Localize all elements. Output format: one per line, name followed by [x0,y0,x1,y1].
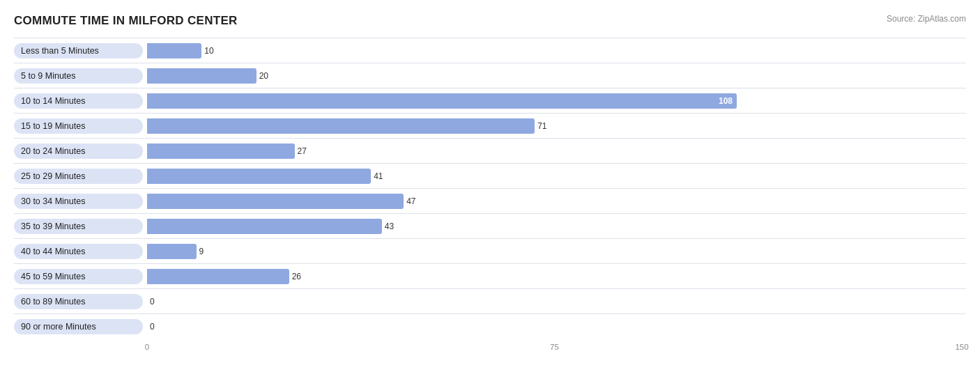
bar-value: 27 [298,146,307,156]
bar-track: 71 [147,118,966,134]
bar-track: 26 [147,269,966,284]
bar-track: 108 [147,93,966,109]
bar-track: 43 [147,219,966,234]
bar-label: 45 to 59 Minutes [14,269,143,284]
bar-row: 90 or more Minutes0 [14,313,966,339]
bar-fill [147,118,535,134]
bar-label: 35 to 39 Minutes [14,219,143,234]
bar-track: 27 [147,143,966,159]
bar-value: 71 [537,121,546,131]
bar-value: 26 [292,272,301,281]
bar-track: 10 [147,43,966,59]
bar-value: 9 [199,247,204,256]
axis-tick: 75 [550,343,559,351]
bar-label: 90 or more Minutes [14,319,143,334]
bar-label: 10 to 14 Minutes [14,93,143,109]
bar-value: 20 [259,71,268,81]
bar-label: 5 to 9 Minutes [14,68,143,84]
bar-fill [147,143,295,159]
bar-value: 108 [719,96,733,106]
bar-value: 47 [406,196,415,206]
axis-tick: 150 [955,343,968,351]
bar-row: 10 to 14 Minutes108 [14,88,966,113]
bar-track: 47 [147,194,966,209]
bar-row: 40 to 44 Minutes9 [14,238,966,263]
bar-label: 15 to 19 Minutes [14,118,143,134]
bar-label: 60 to 89 Minutes [14,294,143,309]
bar-value: 0 [150,297,155,306]
bar-fill [147,169,371,184]
bar-row: 30 to 34 Minutes47 [14,188,966,213]
chart-area: Less than 5 Minutes105 to 9 Minutes2010 … [14,38,966,357]
bar-fill [147,194,404,209]
bar-fill [147,219,382,234]
bar-value: 10 [204,46,213,56]
axis-row: 075150 [147,343,966,357]
bar-row: 25 to 29 Minutes41 [14,163,966,188]
bar-label: 25 to 29 Minutes [14,169,143,184]
bar-row: 15 to 19 Minutes71 [14,113,966,138]
bar-value: 0 [150,322,155,332]
bar-row: 5 to 9 Minutes20 [14,63,966,88]
bar-row: Less than 5 Minutes10 [14,38,966,63]
bar-value: 43 [385,222,394,231]
bar-fill [147,244,197,259]
chart-title: COMMUTE TIME IN MILFORD CENTER [14,14,238,28]
axis-tick: 0 [145,343,149,351]
source-label: Source: ZipAtlas.com [887,14,966,24]
bar-fill [147,269,289,284]
bar-track: 41 [147,169,966,184]
bar-track: 9 [147,244,966,259]
bar-fill [147,43,201,59]
bar-row: 60 to 89 Minutes0 [14,288,966,313]
bar-track: 0 [147,294,966,309]
bar-row: 20 to 24 Minutes27 [14,138,966,163]
bar-fill [147,68,257,84]
bar-label: 40 to 44 Minutes [14,244,143,259]
bar-value: 41 [374,171,383,181]
bar-label: 30 to 34 Minutes [14,194,143,209]
bar-row: 45 to 59 Minutes26 [14,263,966,288]
bar-fill: 108 [147,93,737,109]
bar-track: 0 [147,319,966,334]
bar-label: 20 to 24 Minutes [14,143,143,159]
bar-track: 20 [147,68,966,84]
bar-label: Less than 5 Minutes [14,43,143,59]
bar-row: 35 to 39 Minutes43 [14,213,966,238]
